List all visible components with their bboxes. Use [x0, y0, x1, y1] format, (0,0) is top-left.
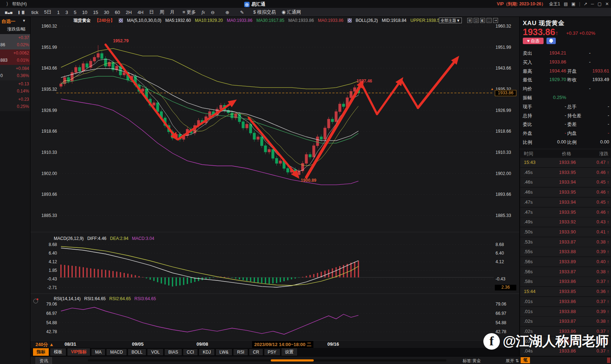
timeframe-周[interactable]: 周 — [157, 8, 167, 16]
tag-label[interactable]: 标签:黄金 — [463, 358, 481, 364]
timeframe-4H[interactable]: 4H — [134, 9, 146, 16]
tab-VOL[interactable]: VOL — [147, 349, 164, 356]
simulated-trading-button[interactable]: $ 模拟交易 — [250, 8, 279, 16]
tab-LW&[interactable]: LW& — [215, 349, 232, 356]
restore-button[interactable]: ▢ — [598, 1, 602, 6]
tick-time: .01s — [524, 309, 533, 314]
change-value: +0.37 — [18, 35, 29, 40]
timeframe-5[interactable]: 5 — [71, 9, 79, 16]
alert-button[interactable] — [546, 38, 556, 44]
watchlist-row[interactable]: +0.230.25% — [0, 96, 30, 111]
timeframe-3[interactable]: 3 — [62, 9, 71, 16]
username[interactable]: 金王1 — [549, 1, 560, 7]
tab-BIAS[interactable]: BIAS — [164, 349, 182, 356]
indicator-value: MA30:1917.85 — [256, 18, 284, 23]
period-label[interactable]: 【240分】 — [95, 18, 115, 24]
tab-MA[interactable]: MA — [91, 349, 105, 356]
tab-news[interactable]: 资讯 — [35, 357, 52, 364]
vip-status[interactable]: VIP（到期: 2023-10-26） — [497, 1, 545, 7]
draw-pencil-icon[interactable]: ✎ — [237, 9, 247, 16]
tab-模板[interactable]: 模板 — [50, 348, 66, 356]
macd-params[interactable]: MACD(26,12,9) — [54, 236, 84, 241]
theme-skin-icon[interactable]: ▣ — [572, 1, 576, 6]
axis-label: 4.12 — [496, 259, 504, 264]
macd-label-row: MACD(26,12,9) DIFF:4.46 DEA:2.94 MACD:3.… — [54, 236, 154, 241]
timeframe-60[interactable]: 60 — [112, 9, 123, 16]
formula-icon[interactable]: fx — [199, 9, 208, 16]
minimize-button[interactable]: ─ — [591, 1, 594, 6]
tab-RSI[interactable]: RSI — [233, 349, 248, 356]
close-button[interactable]: ✕ — [605, 1, 609, 6]
tab-VIP指标[interactable]: VIP指标 — [67, 348, 90, 356]
period-indicator[interactable]: 240分 ▲ — [35, 341, 54, 348]
timeframe-tick[interactable]: tick — [28, 9, 41, 16]
scrollbar-end[interactable] — [607, 358, 610, 363]
tick-time: .02s — [524, 318, 533, 324]
expand-button[interactable]: 展开 ⇅ — [506, 358, 519, 364]
tick-chart-icon[interactable]: ▌▐▌ — [18, 11, 25, 14]
timeframe-30[interactable]: 30 — [101, 9, 112, 16]
scrollbar-thumb[interactable] — [271, 359, 314, 361]
watchlist-row[interactable]: +0.08400.36% — [0, 65, 30, 80]
resize-icon[interactable]: ↗ — [584, 1, 587, 6]
tab-PSY[interactable]: PSY — [264, 349, 280, 356]
layout-right-icon[interactable]: ◧ — [480, 18, 485, 23]
pen-button[interactable]: 笔 — [521, 357, 530, 363]
layout-expand-icon[interactable]: ⇥ — [493, 18, 498, 23]
indicator-settings-icon[interactable] — [33, 299, 38, 303]
ma-settings-icon[interactable] — [119, 18, 123, 23]
timeframe-5日[interactable]: 5日 — [41, 8, 54, 16]
chevron-down-icon[interactable]: ▼ — [22, 19, 26, 23]
tab-指标[interactable]: 指标 — [33, 348, 49, 356]
tab-BOLL[interactable]: BOLL — [128, 349, 147, 356]
tick-change: 0.40 ↑ — [584, 259, 609, 264]
more-menu[interactable]: ≡ 更多 — [180, 8, 199, 16]
zoom-in-icon[interactable]: ⊕ — [223, 9, 232, 16]
timeframe-1[interactable]: 1 — [54, 9, 62, 16]
price-chart-canvas[interactable] — [30, 17, 519, 341]
tick-row: .46s1933.940.45 ↑ — [520, 178, 611, 187]
layout-grid-icon[interactable]: ⊞ — [467, 18, 472, 23]
add-favorite-button[interactable]: ♥ 自选 — [523, 38, 544, 44]
layout-left-icon[interactable]: ◫ — [474, 18, 479, 23]
tick-time: .56s — [524, 259, 533, 264]
axis-label: 1943.66 — [39, 66, 57, 71]
tick-price: 1933.86 — [542, 279, 576, 284]
indicator-value: MA10:1929.20 — [195, 18, 223, 23]
kline-chart-icon[interactable]: ▆▃▅ — [5, 11, 13, 14]
theme-select-button[interactable]: 全部主题▼ — [439, 18, 462, 23]
tab-CR[interactable]: CR — [249, 349, 263, 356]
tick-time: .47s — [524, 199, 533, 205]
huitong-site-link[interactable]: ◉ 汇通网 — [279, 8, 304, 16]
tick-row: 15:431933.960.47 ↑ — [520, 158, 611, 167]
axis-label: 54.88 — [39, 320, 57, 325]
macd-macd-value: MACD:3.04 — [132, 236, 154, 241]
rsi-params[interactable]: RSI(14,14,14) — [54, 296, 81, 301]
horizontal-scrollbar[interactable] — [88, 359, 446, 361]
layout-full-icon[interactable]: ⛶ — [487, 18, 492, 23]
watchlist-column-header[interactable]: 涨跌值/幅 — [7, 26, 25, 32]
watchlist-row[interactable]: +0.00628830.01% — [0, 49, 30, 65]
axis-label: 66.97 — [496, 311, 506, 316]
timeframe-15[interactable]: 15 — [90, 9, 101, 16]
watchlist-row[interactable]: +0.130.14% — [0, 80, 30, 96]
menu-help[interactable]: 帮助(H) — [12, 1, 27, 7]
axis-label: 1926.99 — [496, 108, 511, 113]
notes-icon[interactable]: ▤ — [564, 1, 568, 6]
watchlist-group[interactable]: 自选一 — [1, 18, 15, 25]
boll-settings-icon[interactable] — [347, 18, 352, 23]
tick-price: 1933.86 — [542, 299, 576, 304]
tick-price: 1933.92 — [542, 219, 576, 224]
tab-MACD[interactable]: MACD — [106, 349, 127, 356]
timeframe-10[interactable]: 10 — [79, 9, 90, 16]
timeframe-日[interactable]: 日 — [146, 8, 157, 16]
tab-设置[interactable]: 设置 — [281, 348, 298, 356]
timeframe-2H[interactable]: 2H — [123, 9, 135, 16]
quote-value: - — [581, 113, 609, 118]
tab-KDJ[interactable]: KDJ — [199, 349, 215, 356]
zoom-out-icon[interactable]: ⊖ — [208, 9, 218, 16]
timeframe-月[interactable]: 月 — [167, 8, 177, 16]
symbol-name[interactable]: 现货黄金 — [74, 18, 91, 24]
tab-CCI[interactable]: CCI — [183, 349, 198, 356]
watchlist-row[interactable]: +0.37860.02% — [0, 34, 30, 49]
